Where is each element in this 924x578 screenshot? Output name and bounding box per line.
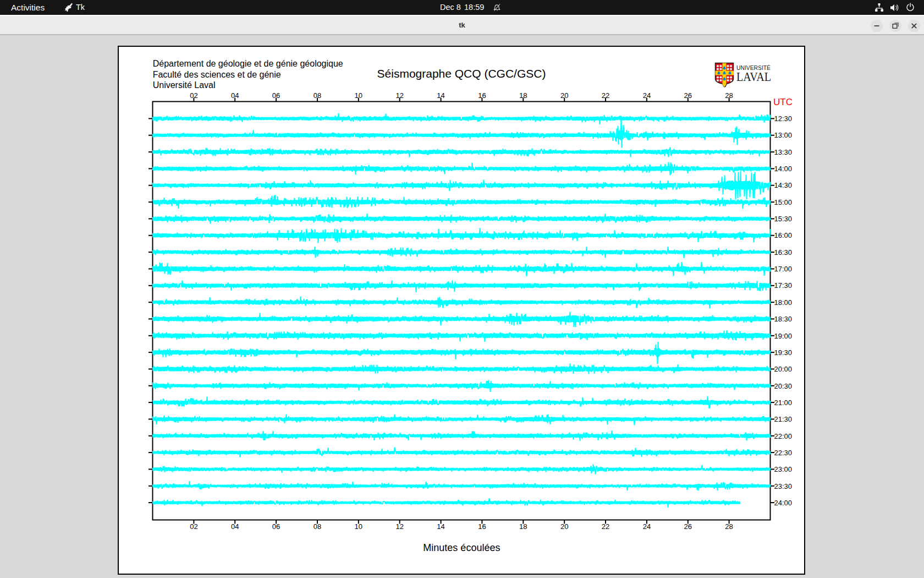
svg-text:15:30: 15:30 xyxy=(774,215,793,223)
svg-text:24: 24 xyxy=(643,91,651,100)
svg-text:14: 14 xyxy=(437,91,444,100)
svg-text:18: 18 xyxy=(519,91,527,100)
svg-text:15:00: 15:00 xyxy=(774,198,793,206)
svg-text:Université Laval: Université Laval xyxy=(153,80,216,90)
svg-text:06: 06 xyxy=(272,522,280,531)
svg-text:04: 04 xyxy=(231,522,239,531)
svg-text:22: 22 xyxy=(602,91,609,100)
svg-text:23:30: 23:30 xyxy=(774,482,793,490)
svg-text:14:30: 14:30 xyxy=(774,181,793,189)
svg-text:LAVAL: LAVAL xyxy=(736,70,771,84)
svg-text:20:00: 20:00 xyxy=(774,365,793,373)
svg-text:22: 22 xyxy=(602,522,609,531)
svg-text:20: 20 xyxy=(560,91,568,100)
svg-text:16:00: 16:00 xyxy=(774,231,793,239)
svg-text:Séismographe QCQ (CGC/GSC): Séismographe QCQ (CGC/GSC) xyxy=(377,67,546,80)
svg-text:17:00: 17:00 xyxy=(774,265,793,273)
svg-text:04: 04 xyxy=(231,91,239,100)
svg-text:21:30: 21:30 xyxy=(774,415,793,423)
svg-text:13:30: 13:30 xyxy=(774,148,793,156)
svg-text:26: 26 xyxy=(684,91,692,100)
svg-text:20:30: 20:30 xyxy=(774,382,793,390)
svg-text:06: 06 xyxy=(272,91,280,100)
svg-text:13:00: 13:00 xyxy=(774,131,793,139)
svg-text:12: 12 xyxy=(395,91,403,100)
svg-text:17:30: 17:30 xyxy=(774,281,793,290)
svg-text:08: 08 xyxy=(314,91,321,100)
svg-text:21:00: 21:00 xyxy=(774,399,793,407)
svg-text:14: 14 xyxy=(437,522,444,531)
svg-text:23:00: 23:00 xyxy=(774,465,793,473)
svg-text:Département de géologie et de: Département de géologie et de génie géol… xyxy=(153,59,343,68)
svg-text:16: 16 xyxy=(478,522,486,531)
svg-text:18:30: 18:30 xyxy=(774,315,793,323)
svg-text:28: 28 xyxy=(725,91,733,100)
svg-text:16: 16 xyxy=(478,91,486,100)
svg-text:24: 24 xyxy=(643,522,651,531)
svg-text:18:00: 18:00 xyxy=(774,298,793,307)
svg-text:22:00: 22:00 xyxy=(774,432,793,440)
svg-text:10: 10 xyxy=(355,522,362,531)
svg-text:Faculté des sciences et de gén: Faculté des sciences et de génie xyxy=(153,70,281,79)
svg-text:28: 28 xyxy=(725,522,733,531)
svg-text:14:00: 14:00 xyxy=(774,165,793,173)
svg-text:02: 02 xyxy=(190,91,197,100)
svg-text:20: 20 xyxy=(560,522,568,531)
svg-text:24:00: 24:00 xyxy=(774,499,793,507)
svg-text:10: 10 xyxy=(355,91,362,100)
svg-text:12: 12 xyxy=(395,522,403,531)
svg-text:02: 02 xyxy=(190,522,197,531)
svg-text:22:30: 22:30 xyxy=(774,449,793,457)
svg-text:08: 08 xyxy=(314,522,321,531)
svg-text:12:30: 12:30 xyxy=(774,114,793,123)
svg-text:16:30: 16:30 xyxy=(774,248,793,257)
svg-text:UTC: UTC xyxy=(773,97,793,107)
svg-text:19:00: 19:00 xyxy=(774,332,793,340)
svg-text:19:30: 19:30 xyxy=(774,348,793,357)
svg-text:Minutes écoulées: Minutes écoulées xyxy=(423,542,500,553)
svg-text:18: 18 xyxy=(519,522,527,531)
svg-text:26: 26 xyxy=(684,522,692,531)
